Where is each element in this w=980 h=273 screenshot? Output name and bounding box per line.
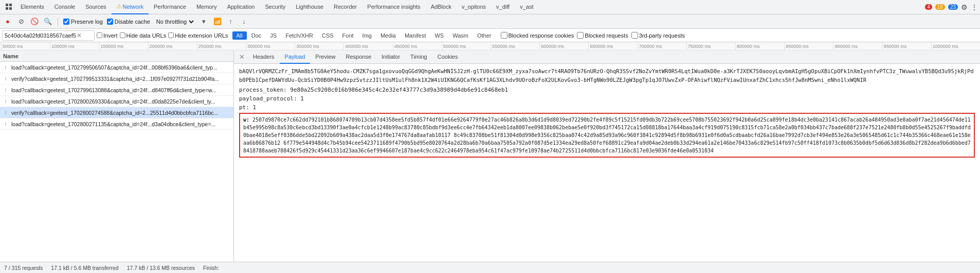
pt-line: pt: 1 (239, 104, 975, 111)
req-name-5: load?callback=geetest_1702800271135&capt… (11, 121, 231, 127)
third-party-label[interactable]: 3rd-party requests (631, 32, 685, 39)
request-row-0[interactable]: ↕ load?callback=geetest_1702799506507&ca… (0, 62, 233, 73)
disable-cache-text: Disable cache (115, 19, 150, 25)
long-text-line: bAQVlrVQRMZCzFr_IMAm8b5TG0AeY5hodu-CMZK7… (239, 67, 975, 84)
throttling-select[interactable]: No throttling Fast 3G Slow 3G Offline (154, 18, 195, 25)
tab-recorder[interactable]: Recorder (329, 0, 362, 14)
ruler-mark: 400000 ms (343, 42, 392, 50)
req-icon-2: ↕ (2, 87, 9, 94)
transferred-size: 17.1 kB / 5.6 MB transferred (51, 265, 118, 271)
type-btn-all[interactable]: All (232, 31, 247, 40)
ruler-mark: 100000 ms (50, 42, 99, 50)
type-btn-manifest[interactable]: Manifest (401, 31, 430, 40)
detail-close-button[interactable]: ✕ (236, 52, 248, 62)
ruler-mark: 500000 ms (442, 42, 491, 50)
payload-protocol-value: payload_protocol: 1 (239, 95, 304, 102)
ruler-mark: 600000 ms (539, 42, 588, 50)
tab-v-ast[interactable]: v_ast (515, 0, 538, 14)
type-btn-fetch-xhr[interactable]: Fetch/XHR (281, 31, 317, 40)
disable-cache-checkbox[interactable] (107, 19, 113, 25)
preserve-log-label[interactable]: Preserve log (63, 19, 103, 25)
type-btn-ws[interactable]: WS (430, 31, 448, 40)
third-party-checkbox[interactable] (631, 32, 638, 39)
preserve-log-text: Preserve log (71, 19, 103, 25)
network-warning-icon: ⚠ (117, 3, 122, 10)
request-row-5[interactable]: ↕ load?callback=geetest_1702800271135&ca… (0, 118, 233, 130)
type-btn-other[interactable]: Other (473, 31, 496, 40)
top-tabs-bar: Elements Console Sources ⚠ Network Perfo… (0, 0, 980, 14)
record-button[interactable]: ● (3, 17, 12, 26)
long-text-value: bAQVlrVQRMZCzFr_IMAm8b5TG0AeY5hodu-CMZK7… (239, 68, 974, 83)
tab-devtools-icon[interactable] (2, 0, 15, 14)
detail-tab-preview[interactable]: Preview (310, 50, 340, 64)
tab-security[interactable]: Security (260, 0, 291, 14)
detail-tab-initiator[interactable]: Initiator (376, 50, 405, 64)
wifi-icon[interactable]: 📶 (213, 17, 222, 26)
more-icon[interactable]: ⋮ (971, 3, 978, 11)
stop-recording-button[interactable]: ⊘ (16, 17, 26, 26)
type-btn-css[interactable]: CSS (318, 31, 338, 40)
tab-performance-insights[interactable]: Performance insights (362, 0, 425, 14)
hide-data-urls-checkbox[interactable] (120, 32, 125, 38)
type-btn-wasm[interactable]: Wasm (448, 31, 473, 40)
type-btn-img[interactable]: Img (358, 31, 376, 40)
blocked-cookies-checkbox[interactable] (501, 32, 507, 39)
tab-network[interactable]: ⚠ Network (112, 0, 149, 14)
type-btn-font[interactable]: Font (338, 31, 358, 40)
detail-panel: ✕ Headers Payload Preview Response Initi… (234, 50, 980, 262)
hide-extension-urls-label[interactable]: Hide extension URLs (168, 32, 228, 39)
request-list: Name ↕ load?callback=geetest_17027995065… (0, 50, 234, 262)
req-name-0: load?callback=geetest_1702799506507&capt… (11, 64, 231, 71)
invert-checkbox-label[interactable]: Invert (97, 32, 118, 39)
request-row-1[interactable]: ↕ verify?callback=geetest_1702799513331&… (0, 73, 233, 84)
ruler-mark: 950000 ms (882, 42, 931, 50)
tab-adblock[interactable]: AdBlock (426, 0, 457, 14)
ruler-mark: 900000 ms (833, 42, 882, 50)
tab-v-diff[interactable]: v_diff (491, 0, 515, 14)
hide-extension-urls-checkbox[interactable] (168, 32, 174, 38)
tab-elements[interactable]: Elements (15, 0, 49, 14)
ruler-mark: 850000 ms (784, 42, 833, 50)
detail-tab-headers[interactable]: Headers (248, 50, 280, 64)
filter-input[interactable] (5, 32, 77, 39)
preserve-log-checkbox[interactable] (63, 19, 69, 25)
type-btn-doc[interactable]: Doc (247, 31, 266, 40)
extra-filters: Blocked response cookies Blocked request… (501, 32, 685, 39)
req-icon-5: ↕ (2, 121, 9, 128)
filter-clear-button[interactable]: ✕ (77, 32, 82, 39)
hide-data-urls-label[interactable]: Hide data URLs (120, 32, 167, 39)
req-name-4: verify?callback=geetest_1702800274588&ca… (11, 110, 231, 116)
tab-console[interactable]: Console (49, 0, 80, 14)
upload-icon[interactable]: ↑ (226, 17, 235, 26)
tab-application[interactable]: Application (222, 0, 260, 14)
tab-performance[interactable]: Performance (149, 0, 191, 14)
download-icon[interactable]: ↓ (240, 17, 249, 26)
detail-tab-response[interactable]: Response (340, 50, 376, 64)
requests-count: 7 / 315 requests (4, 265, 43, 271)
throttling-more-icon[interactable]: ▾ (199, 17, 209, 26)
request-row-2[interactable]: ↕ load?callback=geetest_1702799613088&ca… (0, 84, 233, 96)
request-row-3[interactable]: ↕ load?callback=geetest_1702800269330&ca… (0, 96, 233, 107)
tab-lighthouse[interactable]: Lighthouse (291, 0, 329, 14)
detail-tab-timing[interactable]: Timing (405, 50, 432, 64)
tab-memory[interactable]: Memory (191, 0, 222, 14)
disable-cache-label[interactable]: Disable cache (107, 19, 150, 25)
ruler-mark: 300000 ms (246, 42, 295, 50)
detail-tab-cookies[interactable]: Cookies (432, 50, 463, 64)
req-icon-1: ↕ (2, 75, 9, 82)
detail-tab-payload[interactable]: Payload (280, 50, 311, 64)
settings-icon[interactable]: ⚙ (961, 3, 968, 11)
blocked-requests-checkbox[interactable] (577, 32, 584, 39)
invert-checkbox[interactable] (97, 32, 102, 38)
search-button[interactable]: 🔍 (43, 17, 52, 26)
network-toolbar: ● ⊘ 🚫 🔍 Preserve log Disable cache No th… (0, 14, 980, 29)
clear-button[interactable]: 🚫 (30, 17, 39, 26)
blocked-requests-label[interactable]: Blocked requests (577, 32, 628, 39)
blocked-cookies-label[interactable]: Blocked response cookies (501, 32, 574, 39)
ruler-mark: 450000 ms (393, 42, 442, 50)
tab-v-opitons[interactable]: v_opitons (457, 0, 491, 14)
type-btn-media[interactable]: Media (376, 31, 400, 40)
type-btn-js[interactable]: JS (266, 31, 281, 40)
tab-sources[interactable]: Sources (80, 0, 111, 14)
request-row-4[interactable]: ↕ verify?callback=geetest_1702800274588&… (0, 107, 233, 118)
